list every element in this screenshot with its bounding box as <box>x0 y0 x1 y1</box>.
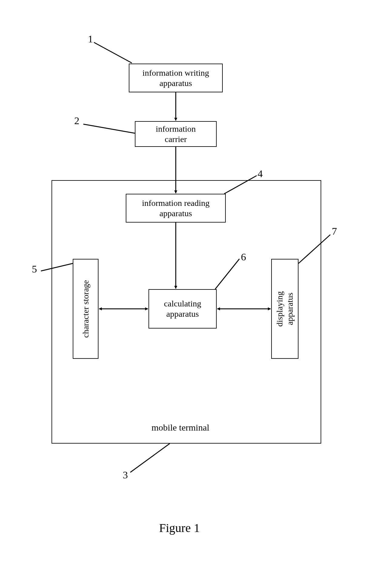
svg-line-5 <box>94 42 132 63</box>
svg-line-8 <box>41 263 73 271</box>
svg-line-10 <box>298 235 330 263</box>
connectors-svg <box>0 0 380 588</box>
diagram-canvas: information writing apparatus informatio… <box>0 0 380 588</box>
svg-line-11 <box>130 444 170 472</box>
svg-line-9 <box>215 259 239 289</box>
svg-line-7 <box>224 176 257 194</box>
svg-line-6 <box>83 124 135 133</box>
